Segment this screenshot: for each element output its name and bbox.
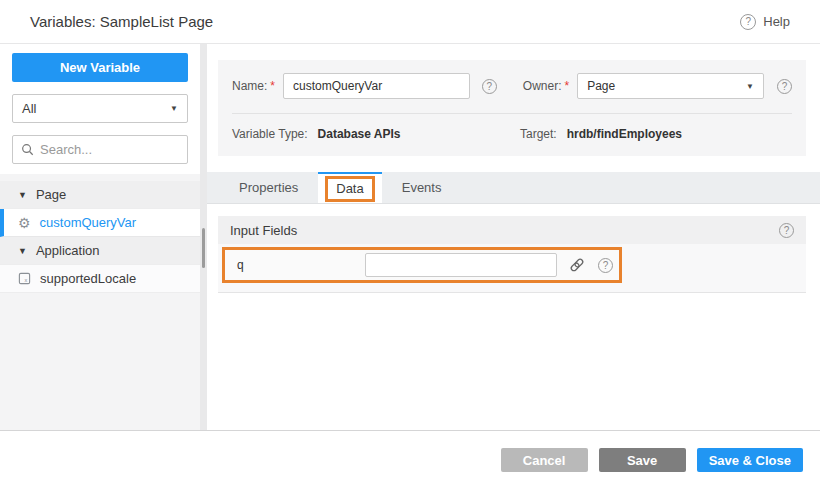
input-field-row-q: q ? bbox=[222, 247, 622, 283]
collapse-arrow-icon: ▼ bbox=[18, 190, 27, 200]
owner-select[interactable]: Page ▼ bbox=[577, 73, 764, 99]
target-field: Target: hrdb/findEmployees bbox=[520, 127, 682, 141]
tab-properties[interactable]: Properties bbox=[219, 172, 318, 203]
tree-item-label: supportedLocale bbox=[40, 271, 136, 286]
type-target-row: Variable Type: Database APIs Target: hrd… bbox=[232, 127, 792, 141]
search-icon bbox=[21, 143, 34, 156]
scrollbar-thumb[interactable] bbox=[202, 228, 205, 268]
target-label: Target: bbox=[520, 127, 557, 141]
owner-help-icon[interactable]: ? bbox=[777, 79, 792, 94]
variable-type-field: Variable Type: Database APIs bbox=[232, 127, 520, 141]
chevron-down-icon: ▼ bbox=[170, 104, 178, 113]
tree-item-customqueryvar[interactable]: ⚙ customQueryVar bbox=[0, 209, 200, 237]
search-input[interactable] bbox=[40, 142, 179, 157]
save-button[interactable]: Save bbox=[599, 448, 686, 472]
save-and-close-button[interactable]: Save & Close bbox=[697, 448, 803, 472]
variables-tree: ▼ Page ⚙ customQueryVar ▼ Application x … bbox=[0, 181, 200, 293]
annotation-highlight-box: Data bbox=[325, 176, 374, 202]
help-icon: ? bbox=[740, 14, 756, 30]
cancel-button[interactable]: Cancel bbox=[501, 448, 588, 472]
help-button[interactable]: ? Help bbox=[740, 14, 790, 30]
dialog-body: New Variable All ▼ ▼ Page bbox=[0, 44, 820, 430]
variables-sidebar: New Variable All ▼ ▼ Page bbox=[0, 44, 200, 430]
input-fields-header: Input Fields ? bbox=[218, 216, 806, 244]
variable-summary-panel: Name: * ? Owner: * Page ▼ ? Variable Typ… bbox=[218, 60, 806, 156]
tab-label: Events bbox=[402, 180, 442, 195]
detail-tabs: Properties Data Events bbox=[207, 172, 820, 204]
variable-name-input[interactable] bbox=[283, 73, 470, 99]
variables-dialog: Variables: SampleList Page ? Help New Va… bbox=[0, 0, 820, 489]
tab-events[interactable]: Events bbox=[382, 172, 462, 203]
panel-divider bbox=[232, 113, 792, 114]
service-variable-icon: ⚙ bbox=[18, 216, 31, 230]
tree-group-page[interactable]: ▼ Page bbox=[0, 181, 200, 209]
variable-detail-panel: Name: * ? Owner: * Page ▼ ? Variable Typ… bbox=[207, 44, 820, 430]
dialog-footer: Cancel Save Save & Close bbox=[0, 430, 820, 489]
input-fields-body: q ? bbox=[218, 244, 806, 293]
sidebar-controls: New Variable All ▼ bbox=[0, 44, 200, 174]
target-value: hrdb/findEmployees bbox=[567, 127, 682, 141]
required-marker: * bbox=[565, 79, 570, 93]
owner-label: Owner: bbox=[523, 79, 562, 93]
variable-type-label: Variable Type: bbox=[232, 127, 308, 141]
tree-group-label: Page bbox=[36, 187, 66, 202]
tree-item-supportedlocale[interactable]: x supportedLocale bbox=[0, 265, 200, 293]
chevron-down-icon: ▼ bbox=[746, 82, 754, 91]
filter-value: All bbox=[22, 101, 36, 116]
field-name-label: q bbox=[237, 258, 365, 272]
variable-filter-select[interactable]: All ▼ bbox=[12, 94, 188, 123]
tab-label: Properties bbox=[239, 180, 298, 195]
variable-type-value: Database APIs bbox=[318, 127, 401, 141]
input-fields-title: Input Fields bbox=[230, 223, 297, 238]
tab-label: Data bbox=[336, 181, 363, 196]
tree-item-label: customQueryVar bbox=[40, 215, 137, 230]
input-fields-section: Input Fields ? q ? bbox=[218, 216, 806, 293]
page-title: Variables: SampleList Page bbox=[30, 13, 213, 30]
tree-group-application[interactable]: ▼ Application bbox=[0, 237, 200, 265]
svg-text:x: x bbox=[25, 277, 28, 283]
name-label: Name: bbox=[232, 79, 267, 93]
required-marker: * bbox=[270, 79, 275, 93]
sidebar-divider bbox=[200, 44, 207, 430]
owner-value: Page bbox=[587, 79, 615, 93]
field-help-icon[interactable]: ? bbox=[598, 258, 613, 273]
name-help-icon[interactable]: ? bbox=[482, 79, 497, 94]
dialog-header: Variables: SampleList Page ? Help bbox=[0, 0, 820, 44]
model-variable-icon: x bbox=[18, 272, 31, 285]
tree-group-label: Application bbox=[36, 243, 100, 258]
input-fields-help-icon[interactable]: ? bbox=[779, 223, 794, 238]
field-value-input[interactable] bbox=[365, 253, 557, 277]
name-owner-row: Name: * ? Owner: * Page ▼ ? bbox=[232, 73, 792, 99]
new-variable-button[interactable]: New Variable bbox=[12, 53, 188, 82]
bind-link-icon[interactable] bbox=[569, 257, 585, 273]
variable-search bbox=[12, 135, 188, 164]
tab-data[interactable]: Data bbox=[318, 172, 381, 203]
collapse-arrow-icon: ▼ bbox=[18, 246, 27, 256]
help-label: Help bbox=[763, 14, 790, 29]
